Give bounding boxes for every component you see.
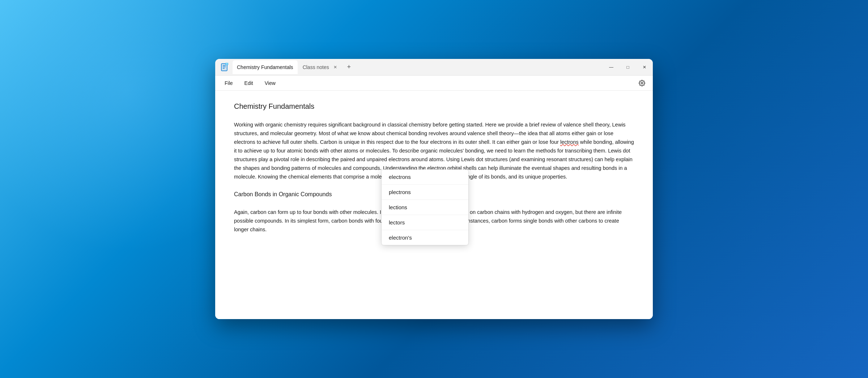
- autocomplete-item-0[interactable]: electrons: [382, 169, 468, 185]
- autocomplete-item-1[interactable]: plectrons: [382, 185, 468, 200]
- title-bar: Chemistry Fundamentals Class notes ✕ + —…: [215, 59, 653, 76]
- second-tab[interactable]: Class notes ✕: [298, 60, 343, 74]
- window-controls: — □ ✕: [603, 59, 653, 76]
- menu-items: File Edit View: [220, 78, 281, 88]
- autocomplete-item-4[interactable]: electron's: [382, 230, 468, 245]
- svg-point-8: [641, 82, 643, 84]
- document-title: Chemistry Fundamentals: [234, 102, 634, 111]
- second-tab-label: Class notes: [303, 64, 329, 70]
- menu-bar: File Edit View: [215, 76, 653, 91]
- new-tab-button[interactable]: +: [344, 62, 354, 73]
- close-button[interactable]: ✕: [636, 59, 653, 76]
- svg-rect-5: [225, 63, 228, 65]
- menu-file[interactable]: File: [220, 78, 238, 88]
- active-tab-label: Chemistry Fundamentals: [237, 64, 293, 70]
- autocomplete-dropdown: electrons plectrons lections lectors ele…: [382, 169, 468, 245]
- app-window: Chemistry Fundamentals Class notes ✕ + —…: [215, 59, 653, 319]
- maximize-button[interactable]: □: [620, 59, 636, 76]
- active-tab[interactable]: Chemistry Fundamentals: [233, 60, 298, 74]
- tab-close-button[interactable]: ✕: [332, 64, 339, 70]
- misspelled-word: lectrons: [560, 139, 579, 145]
- app-icon: [220, 62, 230, 72]
- settings-button[interactable]: [635, 77, 648, 90]
- autocomplete-item-2[interactable]: lections: [382, 200, 468, 215]
- minimize-button[interactable]: —: [603, 59, 620, 76]
- autocomplete-item-3[interactable]: lectors: [382, 215, 468, 230]
- menu-edit[interactable]: Edit: [239, 78, 258, 88]
- content-area[interactable]: Chemistry Fundamentals Working with orga…: [215, 91, 653, 319]
- menu-view[interactable]: View: [260, 78, 281, 88]
